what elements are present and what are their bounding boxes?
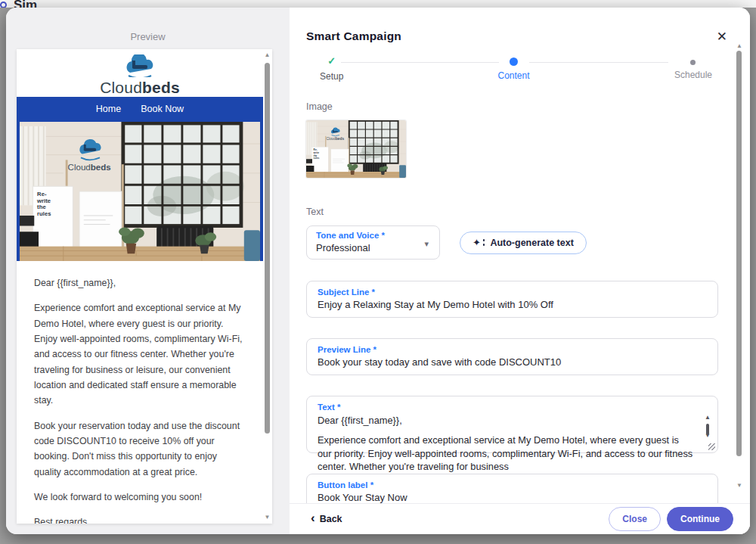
email-preview-card: Cloudbeds Home Book Now Dear {{first_nam… bbox=[17, 49, 272, 524]
cloudbeds-logo-text: Cloudbeds bbox=[100, 79, 180, 97]
cloudbeds-logo: Cloudbeds bbox=[17, 49, 263, 97]
form-scroll-area: Image Text Tone and Voice * Professional… bbox=[290, 89, 727, 503]
subject-line-field[interactable]: Subject Line * Enjoy a Relaxing Stay at … bbox=[306, 281, 718, 318]
scroll-down-icon[interactable]: ▼ bbox=[704, 433, 711, 439]
background-text-fragment: Sim bbox=[14, 0, 37, 8]
stepper-track bbox=[529, 62, 669, 63]
step-content[interactable]: Content bbox=[497, 56, 529, 81]
smart-campaign-modal: Preview Cloudbeds Home Book Now bbox=[6, 8, 750, 534]
campaign-form-panel: Smart Campaign ✕ ✓ Setup Content Schedul… bbox=[290, 8, 750, 534]
preview-line-field[interactable]: Preview Line * Book your stay today and … bbox=[306, 338, 718, 375]
continue-button[interactable]: Continue bbox=[667, 507, 733, 531]
text-section-label: Text bbox=[306, 207, 712, 217]
modal-title: Smart Campaign bbox=[306, 30, 401, 43]
resize-handle[interactable] bbox=[708, 443, 715, 450]
chevron-left-icon: ‹ bbox=[311, 513, 315, 524]
scroll-up-icon[interactable]: ▲ bbox=[736, 43, 742, 49]
chevron-down-icon: ▾ bbox=[424, 239, 429, 249]
active-step-dot-icon bbox=[510, 58, 518, 66]
email-paragraph: Book your reservation today and use the … bbox=[34, 418, 246, 480]
form-scrollbar[interactable]: ▲ ▼ bbox=[736, 43, 742, 489]
sparkle-dots-icon bbox=[483, 239, 485, 241]
office-photo-thumb bbox=[306, 120, 406, 178]
email-body-text: Dear {{first_name}}, Experience comfort … bbox=[17, 261, 263, 524]
back-button[interactable]: ‹ Back bbox=[311, 514, 342, 524]
close-button[interactable]: Close bbox=[609, 507, 661, 531]
check-icon: ✓ bbox=[327, 56, 336, 67]
preview-scrollbar[interactable]: ▲ ▼ bbox=[264, 52, 271, 521]
email-paragraph: Experience comfort and exceptional servi… bbox=[34, 300, 246, 408]
step-setup[interactable]: ✓ Setup bbox=[320, 56, 343, 82]
stepper-track bbox=[341, 62, 499, 63]
scroll-down-icon[interactable]: ▼ bbox=[264, 514, 271, 521]
preview-scrollbar-thumb[interactable] bbox=[265, 63, 270, 434]
scroll-up-icon[interactable]: ▲ bbox=[704, 415, 711, 421]
email-paragraph: We look forward to welcoming you soon! bbox=[34, 490, 246, 505]
preview-title: Preview bbox=[6, 31, 290, 42]
nav-home-link: Home bbox=[96, 104, 121, 114]
sparkle-icon: ✦ bbox=[472, 238, 481, 247]
nav-book-now-link: Book Now bbox=[141, 104, 184, 114]
tone-and-voice-select[interactable]: Tone and Voice * Professional ▾ bbox=[306, 225, 440, 260]
close-icon[interactable]: ✕ bbox=[717, 29, 727, 45]
background-logo-ring bbox=[0, 2, 7, 8]
button-label-field[interactable]: Button label * Book Your Stay Now bbox=[306, 474, 718, 503]
email-nav-bar: Home Book Now bbox=[17, 97, 263, 120]
stepper: ✓ Setup Content Schedule bbox=[315, 56, 712, 89]
email-hero-image bbox=[17, 120, 263, 261]
background-page: Sim bbox=[0, 0, 756, 8]
form-scrollbar-thumb[interactable] bbox=[736, 51, 742, 456]
preview-panel: Preview Cloudbeds Home Book Now bbox=[6, 8, 290, 534]
idle-step-dot-icon bbox=[690, 60, 696, 65]
image-section-label: Image bbox=[306, 101, 712, 112]
office-photo bbox=[20, 122, 260, 261]
modal-footer: ‹ Back Close Continue bbox=[290, 503, 750, 534]
campaign-image-thumbnail[interactable] bbox=[306, 120, 406, 178]
scroll-up-icon[interactable]: ▲ bbox=[264, 52, 271, 58]
step-schedule[interactable]: Schedule bbox=[674, 56, 712, 80]
cloudbeds-cloud-icon bbox=[123, 54, 156, 77]
textarea-scrollbar[interactable]: ▲ ▼ bbox=[704, 415, 711, 443]
scroll-down-icon[interactable]: ▼ bbox=[736, 483, 742, 489]
text-field[interactable]: Text * Dear {{first_name}}, Experience c… bbox=[306, 396, 718, 453]
auto-generate-text-button[interactable]: ✦ Auto-generate text bbox=[460, 232, 587, 254]
email-paragraph: Dear {{first_name}}, bbox=[34, 275, 246, 291]
email-paragraph: Best regards, bbox=[34, 514, 246, 524]
